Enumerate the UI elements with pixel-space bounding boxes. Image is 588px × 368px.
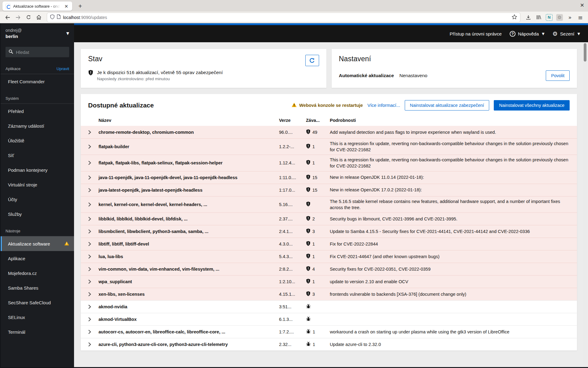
updates-title: Dostupné aktualizace (88, 102, 154, 109)
expand-chevron-icon[interactable] (81, 292, 99, 296)
sidebar-item-selinux[interactable]: SELinux (1, 310, 74, 325)
status-card-title: Stav (88, 55, 102, 63)
update-row[interactable]: kernel, kernel-core, kernel-devel, kerne… (81, 196, 577, 212)
reload-button[interactable] (24, 13, 33, 22)
scrollbar-thumb[interactable] (584, 43, 586, 62)
expand-chevron-icon[interactable] (81, 305, 99, 309)
tracking-protection-shield-icon[interactable] (50, 14, 54, 21)
search-placeholder: Hledat (16, 50, 29, 55)
update-details: Security bugs in libmount, CVE-2021-3996… (330, 216, 577, 222)
sidebar-item-termin-l[interactable]: Terminál (1, 325, 74, 339)
sidebar-item-aktualizace-software[interactable]: Aktualizace software (1, 236, 74, 251)
update-row[interactable]: libtiff, libtiff, libtiff-devel4.3.0...1… (81, 238, 577, 250)
update-row[interactable]: xen-libs, xen-licenses4.15.1...3frontend… (81, 288, 577, 300)
expand-chevron-icon[interactable] (81, 280, 99, 284)
expand-chevron-icon[interactable] (81, 188, 99, 192)
severity-cell (306, 201, 330, 208)
help-dropdown[interactable]: ? Nápověda ▼ (510, 31, 545, 37)
expand-chevron-icon[interactable] (81, 229, 99, 234)
update-row[interactable]: flatpak-builder1.2.2-...1This is a regre… (81, 138, 577, 155)
session-dropdown[interactable]: ⚙ Sezení ▼ (553, 31, 580, 37)
update-row[interactable]: akmod-VirtualBox6.1.3... (81, 313, 577, 325)
refresh-button[interactable] (305, 55, 319, 66)
downloads-icon[interactable] (524, 13, 533, 22)
nav-section-title: Aplikace (6, 66, 20, 71)
package-name: kernel, kernel-core, kernel-devel, kerne… (99, 202, 279, 207)
window-close-button[interactable]: ✕ (580, 3, 584, 8)
update-row[interactable]: autocorr-cs, autocorr-en, libreoffice-ca… (81, 325, 577, 338)
overflow-chevrons-icon[interactable]: » (565, 13, 575, 22)
sidebar-item-podman-kontejnery[interactable]: Podman kontejnery (1, 163, 74, 177)
update-row[interactable]: libsmbclient, libwbclient, python3-samba… (81, 225, 577, 238)
new-tab-button[interactable]: + (76, 3, 84, 9)
expand-chevron-icon[interactable] (81, 217, 99, 221)
expand-chevron-icon[interactable] (81, 317, 99, 321)
column-header: Název (99, 118, 279, 123)
update-row[interactable]: azure-cli, python3-azure-cli-core, pytho… (81, 338, 577, 351)
available-updates-card: Dostupné aktualizace Webová konzole se r… (81, 94, 577, 351)
expand-chevron-icon[interactable] (81, 342, 99, 347)
update-row[interactable]: libblkid, libblkid, libblkid-devel, libf… (81, 212, 577, 225)
url-bar[interactable]: localhost:9090/updates (47, 13, 520, 22)
more-info-link[interactable]: Více informací... (367, 103, 400, 108)
sidebar-item-samba-shares[interactable]: Samba Shares (1, 280, 74, 295)
package-version: 3:51... (279, 304, 306, 309)
update-details: This is a regression fix update, reverti… (330, 157, 577, 169)
sidebar-item--ty[interactable]: Účty (1, 192, 74, 207)
install-security-updates-button[interactable]: Nainstalovat aktualizace zabezpečení (405, 100, 489, 111)
page-info-icon[interactable] (57, 14, 61, 20)
sidebar-item-mojefedora-cz[interactable]: Mojefedora.cz (1, 266, 74, 280)
content-scrollbar[interactable] (583, 42, 587, 368)
forward-button[interactable] (13, 13, 23, 22)
library-icon[interactable] (534, 13, 543, 22)
noscript-extension-icon[interactable]: N (545, 13, 554, 22)
install-all-updates-button[interactable]: Nainstalovat všechny aktualizace (494, 100, 570, 111)
update-row[interactable]: vim-common, vim-data, vim-enhanced, vim-… (81, 263, 577, 275)
expand-chevron-icon[interactable] (81, 330, 99, 334)
update-row[interactable]: flatpak, flatpak-libs, flatpak-selinux, … (81, 155, 577, 171)
edit-apps-link[interactable]: Upravit (57, 66, 69, 71)
status-card: Stav Je k dispozici 516 aktualizací, vče… (81, 49, 326, 88)
enable-button[interactable]: Povolit (546, 70, 570, 81)
package-version: 2:4.1... (279, 229, 306, 234)
back-button[interactable] (3, 13, 12, 22)
expand-chevron-icon[interactable] (81, 130, 99, 134)
menu-hamburger-icon[interactable]: ≡ (576, 13, 585, 22)
admin-access-button[interactable]: Přístup na úrovni správce (450, 31, 502, 36)
sidebar-item-secshare-safecloud[interactable]: SecShare SafeCloud (1, 295, 74, 310)
bookmark-star-icon[interactable] (512, 14, 517, 21)
tab-close-icon[interactable]: ✕ (63, 3, 69, 9)
sidebar-item-aplikace[interactable]: Aplikace (1, 251, 74, 266)
sidebar-item-fleet-commander[interactable]: Fleet Commander (1, 74, 74, 89)
browser-tab[interactable]: Aktualizace software - ond ✕ (2, 2, 72, 11)
home-button[interactable] (34, 13, 43, 22)
nav-section: SystémPřehledZáznamy událostíÚložištěSíť… (1, 95, 74, 221)
expand-chevron-icon[interactable] (81, 254, 99, 259)
update-row[interactable]: lua, lua-libs5.4.3...1Fix CVE-2021-44647… (81, 250, 577, 263)
url-text: localhost:9090/updates (63, 15, 509, 20)
update-row[interactable]: akmod-nvidia3:51... (81, 300, 577, 313)
expand-chevron-icon[interactable] (81, 242, 99, 246)
update-row[interactable]: chrome-remote-desktop, chromium-common96… (81, 126, 577, 138)
expand-chevron-icon[interactable] (81, 202, 99, 207)
sidebar-item-slu-by[interactable]: Služby (1, 207, 74, 221)
package-name: azure-cli, python3-azure-cli-core, pytho… (99, 342, 279, 347)
sidebar-item--lo-i-t-[interactable]: Úložiště (1, 133, 74, 148)
expand-chevron-icon[interactable] (81, 145, 99, 149)
expand-chevron-icon[interactable] (81, 175, 99, 180)
sidebar-item-z-znamy-ud-lost-[interactable]: Záznamy událostí (1, 118, 74, 133)
updates-table: NázevVerzeZáva...Podrobnosti chrome-remo… (81, 115, 577, 351)
update-row[interactable]: java-11-openjdk, java-11-openjdk-devel, … (81, 171, 577, 184)
package-name: libsmbclient, libwbclient, python3-samba… (99, 229, 279, 234)
sidebar-item-p-ehled[interactable]: Přehled (1, 104, 74, 118)
update-row[interactable]: java-latest-openjdk, java-latest-openjdk… (81, 184, 577, 196)
update-row[interactable]: wpa_supplicant1:2.10...1update to versio… (81, 275, 577, 288)
search-icon (9, 49, 13, 55)
sidebar-item-virtu-ln-stroje[interactable]: Virtuální stroje (1, 177, 74, 192)
expand-chevron-icon[interactable] (81, 161, 99, 165)
host-switcher[interactable]: ondrej@ berlin ▼ (1, 23, 74, 43)
expand-chevron-icon[interactable] (81, 267, 99, 271)
extension-icon[interactable]: ⚙ (555, 13, 564, 22)
sidebar-search-input[interactable]: Hledat (6, 47, 69, 57)
sidebar-item-s-[interactable]: Síť (1, 148, 74, 163)
